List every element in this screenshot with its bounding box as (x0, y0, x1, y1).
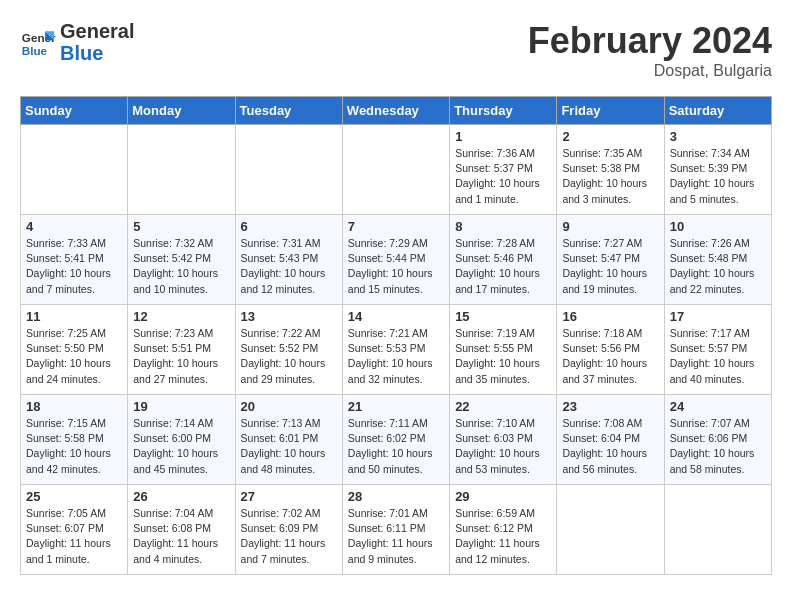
day-cell: 26Sunrise: 7:04 AM Sunset: 6:08 PM Dayli… (128, 485, 235, 575)
day-number: 3 (670, 129, 766, 144)
day-cell: 29Sunrise: 6:59 AM Sunset: 6:12 PM Dayli… (450, 485, 557, 575)
day-number: 20 (241, 399, 337, 414)
page-header: General Blue General Blue February 2024 … (20, 20, 772, 80)
day-cell: 8Sunrise: 7:28 AM Sunset: 5:46 PM Daylig… (450, 215, 557, 305)
day-info: Sunrise: 7:27 AM Sunset: 5:47 PM Dayligh… (562, 236, 658, 297)
calendar-table: SundayMondayTuesdayWednesdayThursdayFrid… (20, 96, 772, 575)
day-info: Sunrise: 7:35 AM Sunset: 5:38 PM Dayligh… (562, 146, 658, 207)
day-info: Sunrise: 7:11 AM Sunset: 6:02 PM Dayligh… (348, 416, 444, 477)
logo: General Blue General Blue (20, 20, 134, 64)
logo-general: General (60, 20, 134, 42)
day-info: Sunrise: 7:04 AM Sunset: 6:08 PM Dayligh… (133, 506, 229, 567)
col-header-sunday: Sunday (21, 97, 128, 125)
day-info: Sunrise: 7:23 AM Sunset: 5:51 PM Dayligh… (133, 326, 229, 387)
day-number: 25 (26, 489, 122, 504)
day-cell: 19Sunrise: 7:14 AM Sunset: 6:00 PM Dayli… (128, 395, 235, 485)
location: Dospat, Bulgaria (528, 62, 772, 80)
day-info: Sunrise: 7:10 AM Sunset: 6:03 PM Dayligh… (455, 416, 551, 477)
day-number: 4 (26, 219, 122, 234)
day-cell: 2Sunrise: 7:35 AM Sunset: 5:38 PM Daylig… (557, 125, 664, 215)
day-info: Sunrise: 7:02 AM Sunset: 6:09 PM Dayligh… (241, 506, 337, 567)
day-info: Sunrise: 7:33 AM Sunset: 5:41 PM Dayligh… (26, 236, 122, 297)
day-info: Sunrise: 7:29 AM Sunset: 5:44 PM Dayligh… (348, 236, 444, 297)
day-number: 8 (455, 219, 551, 234)
day-number: 19 (133, 399, 229, 414)
day-cell: 17Sunrise: 7:17 AM Sunset: 5:57 PM Dayli… (664, 305, 771, 395)
day-info: Sunrise: 7:34 AM Sunset: 5:39 PM Dayligh… (670, 146, 766, 207)
day-number: 27 (241, 489, 337, 504)
day-info: Sunrise: 7:36 AM Sunset: 5:37 PM Dayligh… (455, 146, 551, 207)
logo-blue: Blue (60, 42, 134, 64)
svg-text:Blue: Blue (22, 44, 48, 57)
day-cell: 20Sunrise: 7:13 AM Sunset: 6:01 PM Dayli… (235, 395, 342, 485)
col-header-friday: Friday (557, 97, 664, 125)
day-cell: 24Sunrise: 7:07 AM Sunset: 6:06 PM Dayli… (664, 395, 771, 485)
day-cell: 9Sunrise: 7:27 AM Sunset: 5:47 PM Daylig… (557, 215, 664, 305)
day-cell: 21Sunrise: 7:11 AM Sunset: 6:02 PM Dayli… (342, 395, 449, 485)
day-cell (557, 485, 664, 575)
week-row-4: 18Sunrise: 7:15 AM Sunset: 5:58 PM Dayli… (21, 395, 772, 485)
day-number: 10 (670, 219, 766, 234)
day-number: 13 (241, 309, 337, 324)
week-row-1: 1Sunrise: 7:36 AM Sunset: 5:37 PM Daylig… (21, 125, 772, 215)
day-number: 29 (455, 489, 551, 504)
day-cell: 3Sunrise: 7:34 AM Sunset: 5:39 PM Daylig… (664, 125, 771, 215)
header-row: SundayMondayTuesdayWednesdayThursdayFrid… (21, 97, 772, 125)
day-number: 1 (455, 129, 551, 144)
day-cell: 27Sunrise: 7:02 AM Sunset: 6:09 PM Dayli… (235, 485, 342, 575)
day-cell: 13Sunrise: 7:22 AM Sunset: 5:52 PM Dayli… (235, 305, 342, 395)
day-number: 23 (562, 399, 658, 414)
week-row-5: 25Sunrise: 7:05 AM Sunset: 6:07 PM Dayli… (21, 485, 772, 575)
day-number: 9 (562, 219, 658, 234)
day-info: Sunrise: 7:26 AM Sunset: 5:48 PM Dayligh… (670, 236, 766, 297)
day-cell: 23Sunrise: 7:08 AM Sunset: 6:04 PM Dayli… (557, 395, 664, 485)
day-info: Sunrise: 7:19 AM Sunset: 5:55 PM Dayligh… (455, 326, 551, 387)
day-info: Sunrise: 6:59 AM Sunset: 6:12 PM Dayligh… (455, 506, 551, 567)
day-info: Sunrise: 7:17 AM Sunset: 5:57 PM Dayligh… (670, 326, 766, 387)
col-header-saturday: Saturday (664, 97, 771, 125)
day-info: Sunrise: 7:31 AM Sunset: 5:43 PM Dayligh… (241, 236, 337, 297)
logo-icon: General Blue (20, 24, 56, 60)
day-number: 17 (670, 309, 766, 324)
day-cell (664, 485, 771, 575)
day-info: Sunrise: 7:18 AM Sunset: 5:56 PM Dayligh… (562, 326, 658, 387)
day-cell: 18Sunrise: 7:15 AM Sunset: 5:58 PM Dayli… (21, 395, 128, 485)
day-cell (128, 125, 235, 215)
day-number: 2 (562, 129, 658, 144)
day-cell (21, 125, 128, 215)
month-title: February 2024 (528, 20, 772, 62)
day-info: Sunrise: 7:21 AM Sunset: 5:53 PM Dayligh… (348, 326, 444, 387)
day-number: 6 (241, 219, 337, 234)
day-info: Sunrise: 7:08 AM Sunset: 6:04 PM Dayligh… (562, 416, 658, 477)
day-cell: 10Sunrise: 7:26 AM Sunset: 5:48 PM Dayli… (664, 215, 771, 305)
day-cell: 4Sunrise: 7:33 AM Sunset: 5:41 PM Daylig… (21, 215, 128, 305)
day-info: Sunrise: 7:15 AM Sunset: 5:58 PM Dayligh… (26, 416, 122, 477)
day-info: Sunrise: 7:05 AM Sunset: 6:07 PM Dayligh… (26, 506, 122, 567)
day-number: 7 (348, 219, 444, 234)
day-info: Sunrise: 7:14 AM Sunset: 6:00 PM Dayligh… (133, 416, 229, 477)
day-info: Sunrise: 7:28 AM Sunset: 5:46 PM Dayligh… (455, 236, 551, 297)
day-number: 24 (670, 399, 766, 414)
day-info: Sunrise: 7:25 AM Sunset: 5:50 PM Dayligh… (26, 326, 122, 387)
day-cell (235, 125, 342, 215)
day-cell: 11Sunrise: 7:25 AM Sunset: 5:50 PM Dayli… (21, 305, 128, 395)
col-header-thursday: Thursday (450, 97, 557, 125)
day-number: 15 (455, 309, 551, 324)
day-number: 18 (26, 399, 122, 414)
day-number: 14 (348, 309, 444, 324)
day-number: 28 (348, 489, 444, 504)
col-header-tuesday: Tuesday (235, 97, 342, 125)
title-block: February 2024 Dospat, Bulgaria (528, 20, 772, 80)
day-cell: 22Sunrise: 7:10 AM Sunset: 6:03 PM Dayli… (450, 395, 557, 485)
day-number: 5 (133, 219, 229, 234)
day-number: 21 (348, 399, 444, 414)
col-header-monday: Monday (128, 97, 235, 125)
day-cell: 1Sunrise: 7:36 AM Sunset: 5:37 PM Daylig… (450, 125, 557, 215)
day-info: Sunrise: 7:07 AM Sunset: 6:06 PM Dayligh… (670, 416, 766, 477)
day-cell: 12Sunrise: 7:23 AM Sunset: 5:51 PM Dayli… (128, 305, 235, 395)
day-info: Sunrise: 7:01 AM Sunset: 6:11 PM Dayligh… (348, 506, 444, 567)
day-cell: 14Sunrise: 7:21 AM Sunset: 5:53 PM Dayli… (342, 305, 449, 395)
day-number: 12 (133, 309, 229, 324)
day-info: Sunrise: 7:22 AM Sunset: 5:52 PM Dayligh… (241, 326, 337, 387)
day-number: 11 (26, 309, 122, 324)
